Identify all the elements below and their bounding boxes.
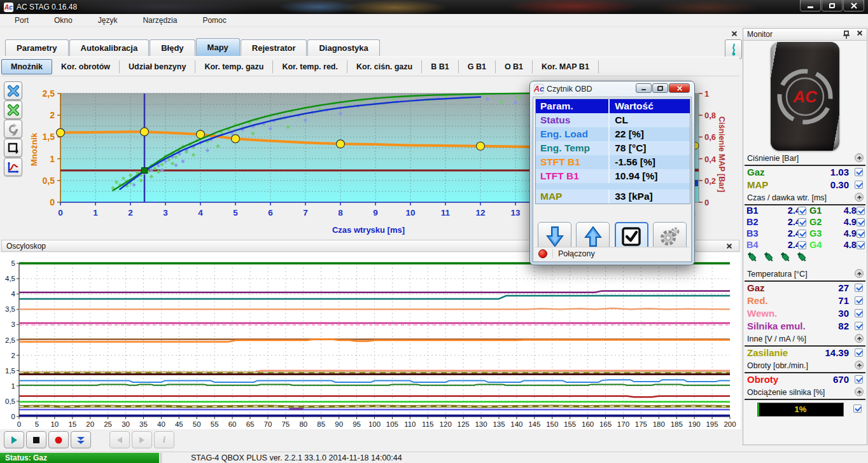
minimize-button[interactable] — [800, 0, 821, 11]
svg-text:0,4: 0,4 — [704, 155, 717, 164]
obd-row-status: StatusCL — [536, 113, 690, 127]
clear-green-button[interactable] — [4, 100, 22, 119]
tab-autokalibracja[interactable]: Autokalibracja — [69, 39, 150, 56]
section-label-text: Obroty [obr./min.] — [747, 361, 808, 370]
tab-mapy[interactable]: Mapy — [196, 38, 240, 56]
obd-minimize-button[interactable] — [636, 83, 652, 93]
engine-load-checkbox[interactable] — [853, 404, 862, 413]
y-axis-left-labels: 00,511,522,5 — [43, 88, 60, 207]
monitor-row-name: Zasilanie — [747, 347, 788, 358]
obd-row-gap — [536, 183, 690, 190]
section-collapse-button[interactable] — [855, 361, 864, 370]
obd-dialog-titlebar[interactable]: Ac Czytnik OBD — [530, 81, 694, 96]
section-collapse-button[interactable] — [855, 153, 864, 162]
svg-text:0,6: 0,6 — [704, 132, 716, 142]
tab-diagnostyka[interactable]: Diagnostyka — [307, 39, 379, 56]
petrol-checkbox[interactable] — [798, 230, 806, 238]
subtab-kor-ciśn-gazu[interactable]: Kor. ciśn. gazu — [347, 60, 422, 73]
subtab-b-b1[interactable]: B B1 — [422, 60, 458, 73]
svg-text:65: 65 — [246, 420, 255, 428]
curve-view-button[interactable] — [4, 158, 22, 176]
device-info-text: STAG-4 QBOX PLUS ver. 2.2.1 33.1.0 2014-… — [191, 453, 402, 463]
section-collapse-button[interactable] — [855, 193, 864, 202]
gas-checkbox[interactable] — [857, 230, 865, 238]
monitor-close-button[interactable] — [857, 30, 863, 36]
monitor-row-zasilanie: Zasilanie14.39 — [743, 347, 867, 359]
close-button[interactable] — [843, 0, 864, 11]
tab-rejestrator[interactable]: Rejestrator — [241, 39, 307, 56]
monitor-row-checkbox[interactable] — [855, 375, 863, 384]
svg-text:4: 4 — [11, 290, 16, 298]
section-collapse-button[interactable] — [855, 269, 864, 278]
subtab-o-b1[interactable]: O B1 — [496, 60, 533, 73]
petrol-checkbox[interactable] — [798, 241, 806, 249]
monitor-row-name: Silnika emul. — [747, 321, 806, 331]
petrol-checkbox[interactable] — [798, 218, 806, 226]
gear-icon — [659, 226, 680, 247]
refresh-button[interactable] — [4, 120, 22, 138]
monitor-row-gaz: Gaz27 — [743, 282, 867, 294]
record-button[interactable] — [48, 431, 69, 448]
menu-item-port[interactable]: Port — [11, 15, 32, 25]
restore-button[interactable] — [822, 0, 843, 11]
obd-close-button[interactable] — [669, 83, 690, 93]
monitor-row-checkbox[interactable] — [855, 296, 863, 305]
monitor-row-checkbox[interactable] — [855, 181, 863, 189]
tab-błędy[interactable]: Błędy — [150, 39, 195, 56]
subtab-udział-benzyny[interactable]: Udział benzyny — [120, 60, 195, 73]
subtab-g-b1[interactable]: G B1 — [459, 60, 496, 73]
menu-item-pomoc[interactable]: Pomoc — [199, 15, 229, 25]
oscilloscope-close-button[interactable] — [724, 242, 734, 251]
tab-area-close-button[interactable] — [729, 29, 739, 38]
subtab-kor-obrotów[interactable]: Kor. obrotów — [52, 60, 120, 73]
monitor-row-checkbox[interactable] — [855, 168, 863, 176]
petrol-checkbox[interactable] — [798, 207, 806, 215]
tab-parametry[interactable]: Parametry — [5, 39, 69, 56]
subtab-kor-temp-red-[interactable]: Kor. temp. red. — [273, 60, 347, 73]
collapse-arrow-icon — [857, 195, 862, 200]
section-collapse-button[interactable] — [855, 387, 864, 396]
obd-status-bar: Połączony — [535, 247, 689, 260]
gas-checkbox[interactable] — [857, 241, 865, 249]
section-collapse-button[interactable] — [855, 334, 864, 343]
monitor-row-checkbox[interactable] — [855, 309, 863, 317]
svg-text:2: 2 — [11, 352, 15, 359]
obd-reader-dialog[interactable]: Ac Czytnik OBD Param.WartośćStatusCLEng.… — [529, 81, 695, 265]
monitor-row-gaz: Gaz1.03 — [743, 166, 867, 179]
pin-button[interactable] — [843, 30, 850, 41]
svg-text:5: 5 — [35, 420, 39, 428]
svg-text:145: 145 — [528, 420, 540, 428]
obd-maximize-button[interactable] — [652, 83, 668, 93]
svg-text:195: 195 — [706, 420, 718, 428]
subtab-mnożnik[interactable]: Mnożnik — [1, 59, 52, 74]
svg-text:3: 3 — [11, 321, 15, 328]
oscilloscope-chart[interactable]: 00,511,522,533,544,550510152025303540455… — [0, 252, 741, 429]
svg-text:1: 1 — [50, 154, 55, 164]
checkbox-icon — [621, 226, 641, 247]
menu-item-język[interactable]: Język — [95, 15, 121, 25]
monitor-row-value: 27 — [838, 282, 849, 293]
subtab-kor-map-b1[interactable]: Kor. MAP B1 — [533, 60, 599, 73]
gas-checkbox[interactable] — [857, 207, 865, 215]
main-tabs: ParametryAutokalibracjaBłędyMapyRejestra… — [5, 39, 381, 56]
blue-cross-icon — [7, 85, 20, 97]
injection-row-b2: B22.41G24.91 — [743, 217, 867, 228]
svg-text:160: 160 — [582, 420, 594, 428]
jump-end-button[interactable] — [71, 431, 91, 448]
monitor-row-checkbox[interactable] — [855, 284, 863, 292]
monitor-row-checkbox[interactable] — [855, 349, 863, 357]
zoom-region-button[interactable] — [4, 139, 22, 157]
gas-checkbox[interactable] — [857, 218, 865, 226]
subtab-kor-temp-gazu[interactable]: Kor. temp. gazu — [195, 60, 273, 73]
section-label: Temperatura [°C] — [745, 268, 865, 282]
svg-text:60: 60 — [228, 420, 237, 428]
obd-param-value: 22 [%] — [608, 127, 690, 141]
injector-icon — [780, 251, 791, 263]
stop-button[interactable] — [26, 431, 46, 448]
clear-blue-button[interactable] — [4, 81, 22, 100]
menu-item-okno[interactable]: Okno — [51, 15, 76, 25]
monitor-row-checkbox[interactable] — [855, 322, 863, 330]
play-button[interactable] — [4, 431, 24, 448]
menu-item-narzędzia[interactable]: Narzędzia — [139, 15, 180, 25]
monitor-row-silnika-emul-: Silnika emul.82 — [743, 320, 867, 333]
